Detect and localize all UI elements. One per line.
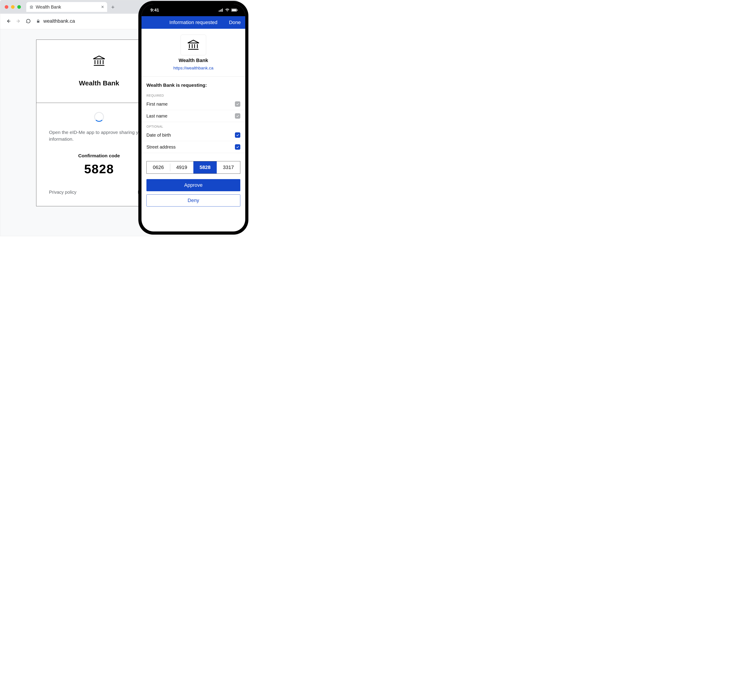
optional-field-row[interactable]: Date of birth xyxy=(142,129,245,141)
reload-button[interactable] xyxy=(25,18,31,24)
relying-party-block: Wealth Bank https://wealthbank.ca xyxy=(142,35,245,77)
check-icon xyxy=(236,133,239,137)
confirmation-label: Confirmation code xyxy=(49,153,149,158)
checkbox-locked xyxy=(235,113,240,119)
url-text: wealthbank.ca xyxy=(43,18,75,24)
bank-icon xyxy=(29,5,34,9)
svg-rect-2 xyxy=(221,9,222,12)
field-label: Street address xyxy=(147,144,176,150)
bank-logo-icon xyxy=(93,55,105,66)
code-picker[interactable]: 0626 4919 5828 3317 xyxy=(147,161,240,174)
arrow-right-icon xyxy=(16,18,21,24)
wifi-icon xyxy=(225,9,229,12)
field-label: Date of birth xyxy=(147,133,171,138)
fullscreen-window-icon[interactable] xyxy=(17,5,21,9)
card-footer: Privacy policy Franç xyxy=(49,190,149,195)
status-time: 9:41 xyxy=(150,8,159,12)
code-option-selected[interactable]: 5828 xyxy=(193,161,217,173)
checkbox-locked xyxy=(235,101,240,107)
tab-title: Wealth Bank xyxy=(36,5,61,10)
relying-party-name: Wealth Bank xyxy=(179,58,208,63)
new-tab-button[interactable]: + xyxy=(111,4,115,11)
code-option[interactable]: 0626 xyxy=(147,161,170,173)
arrow-left-icon xyxy=(6,18,11,24)
optional-field-row[interactable]: Street address xyxy=(142,141,245,153)
privacy-link[interactable]: Privacy policy xyxy=(49,190,76,195)
browser-tab[interactable]: Wealth Bank × xyxy=(26,2,107,12)
request-heading: Wealth Bank is requesting: xyxy=(142,77,245,91)
section-required-label: REQUIRED xyxy=(142,91,245,98)
svg-rect-0 xyxy=(219,11,219,12)
deny-button[interactable]: Deny xyxy=(147,195,240,207)
svg-rect-1 xyxy=(220,10,220,12)
forward-button[interactable] xyxy=(15,18,21,24)
battery-icon xyxy=(231,9,238,12)
section-optional-label: OPTIONAL xyxy=(142,122,245,129)
svg-rect-6 xyxy=(237,10,238,11)
lock-icon xyxy=(36,19,40,23)
back-button[interactable] xyxy=(6,18,11,24)
cellular-icon xyxy=(219,9,223,12)
field-label: First name xyxy=(147,101,168,107)
window-controls[interactable] xyxy=(5,5,21,9)
instruction-text: Open the eID-Me app to approve sharing y… xyxy=(49,129,149,143)
reload-icon xyxy=(26,18,31,24)
loading-spinner-icon xyxy=(94,112,104,122)
code-option[interactable]: 3317 xyxy=(217,161,240,173)
phone-frame: 9:41 Information requested Done Wealth B… xyxy=(138,1,248,234)
status-icons xyxy=(219,9,238,12)
app-bar: Information requested Done xyxy=(142,16,245,29)
svg-rect-5 xyxy=(232,9,236,11)
phone-screen: 9:41 Information requested Done Wealth B… xyxy=(142,4,245,231)
svg-rect-3 xyxy=(222,9,223,12)
field-label: Last name xyxy=(147,113,167,119)
required-field-row: First name xyxy=(142,98,245,110)
checkbox-on[interactable] xyxy=(235,132,240,138)
tab-close-icon[interactable]: × xyxy=(101,4,104,10)
done-button[interactable]: Done xyxy=(229,20,241,25)
relying-party-logo xyxy=(180,35,206,55)
minimize-window-icon[interactable] xyxy=(11,5,15,9)
bank-icon xyxy=(187,40,200,50)
dynamic-island xyxy=(178,8,209,15)
check-icon xyxy=(236,145,239,149)
confirmation-code: 5828 xyxy=(49,162,149,176)
close-window-icon[interactable] xyxy=(5,5,8,9)
appbar-title: Information requested xyxy=(169,20,217,25)
checkbox-on[interactable] xyxy=(235,144,240,150)
check-icon xyxy=(236,114,239,118)
required-field-row: Last name xyxy=(142,110,245,122)
relying-party-url[interactable]: https://wealthbank.ca xyxy=(173,66,214,70)
code-option[interactable]: 4919 xyxy=(170,161,193,173)
request-sheet: Wealth Bank https://wealthbank.ca Wealth… xyxy=(142,29,245,207)
check-icon xyxy=(236,102,239,106)
approve-button[interactable]: Approve xyxy=(147,179,240,191)
